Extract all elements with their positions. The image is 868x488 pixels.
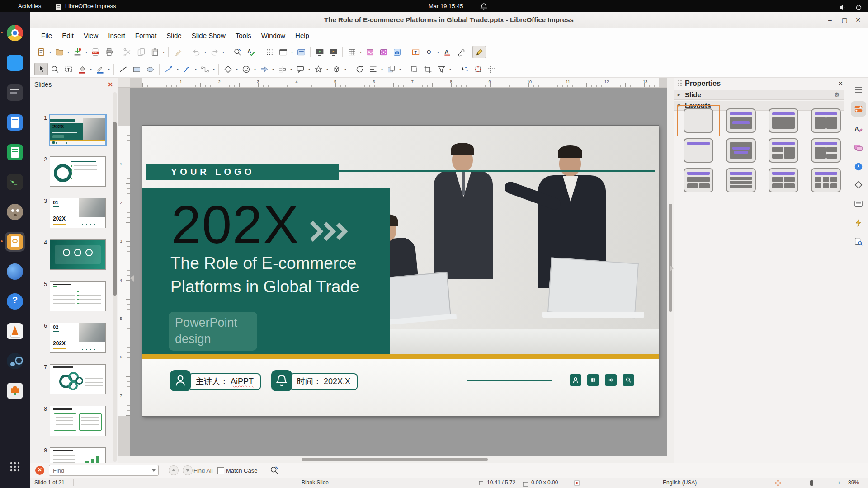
maximize-button[interactable]: ▢ xyxy=(840,15,849,24)
minimize-button[interactable]: – xyxy=(826,15,835,24)
fontwork-button[interactable]: A xyxy=(440,46,454,58)
hide-left-pane-arrow[interactable] xyxy=(130,275,134,282)
time-value[interactable]: 202X.X xyxy=(324,377,350,386)
layout-title-2content[interactable] xyxy=(811,108,841,133)
fit-slide-icon[interactable] xyxy=(775,480,781,488)
shadow-button[interactable] xyxy=(407,63,421,75)
slide-thumbnail-1[interactable]: 202X xyxy=(49,114,107,146)
subtitle-box[interactable]: PowerPoint design xyxy=(169,312,257,351)
close-button[interactable]: ✕ xyxy=(854,15,863,24)
layout-title-content-wide[interactable] xyxy=(769,108,798,133)
tab-animation-icon[interactable] xyxy=(851,215,866,230)
footer-horn-icon[interactable] xyxy=(605,374,617,386)
zoom-pan-button[interactable] xyxy=(48,63,61,75)
insert-table-button[interactable] xyxy=(345,46,359,58)
glue-points-button[interactable] xyxy=(471,63,485,75)
slide-canvas[interactable]: YOUR LOGO 202X The Role of E-commerce Pl… xyxy=(130,88,667,456)
display-views-dropdown-arrow[interactable]: ▾ xyxy=(290,50,294,54)
slide-settings-gear-icon[interactable]: ⚙ xyxy=(834,91,840,98)
copy-button[interactable] xyxy=(134,46,148,58)
slides-panel-close-icon[interactable]: ✕ xyxy=(108,81,118,88)
tab-gallery-icon[interactable] xyxy=(851,140,866,155)
line-color-dropdown-arrow[interactable]: ▾ xyxy=(107,67,111,71)
curves-polygons-button[interactable] xyxy=(180,63,193,75)
slide-title-line1[interactable]: The Role of E-commerce xyxy=(170,254,356,273)
dock-steam-icon[interactable] xyxy=(5,351,25,371)
find-and-replace-button[interactable] xyxy=(231,46,244,58)
dock-vscode-icon[interactable] xyxy=(5,53,25,73)
clock[interactable]: Mar 19 15:45 xyxy=(429,0,463,12)
object-size[interactable]: 0.00 x 0.00 xyxy=(531,478,558,488)
hide-right-pane-arrow[interactable] xyxy=(670,265,674,272)
start-from-current-slide-button[interactable] xyxy=(326,46,340,58)
tab-shapes-icon[interactable] xyxy=(851,177,866,192)
stars-banners-dropdown-arrow[interactable]: ▾ xyxy=(325,67,330,71)
cursor-position[interactable]: 10.41 / 5.72 xyxy=(487,478,515,488)
section-slide[interactable]: ▸Slide ⚙ xyxy=(674,90,844,100)
menu-insert[interactable]: Insert xyxy=(103,28,130,43)
undo-dropdown-arrow[interactable]: ▾ xyxy=(203,50,208,54)
connectors-dropdown-arrow[interactable]: ▾ xyxy=(212,67,216,71)
dock-software-icon[interactable] xyxy=(5,381,25,401)
symbol-shapes-button[interactable] xyxy=(239,63,253,75)
menu-file[interactable]: File xyxy=(36,28,57,43)
layout-title-content[interactable] xyxy=(726,108,756,133)
paste-dropdown-arrow[interactable]: ▾ xyxy=(161,50,166,54)
properties-close-icon[interactable]: ✕ xyxy=(838,80,843,87)
dock-editor-icon[interactable] xyxy=(5,83,25,103)
layout-content-2content[interactable] xyxy=(811,138,841,163)
zoom-slider-thumb[interactable] xyxy=(810,480,813,486)
align-dropdown-arrow[interactable]: ▾ xyxy=(380,67,384,71)
block-arrows-button[interactable] xyxy=(257,63,271,75)
flowchart-button[interactable] xyxy=(275,63,289,75)
slide-thumbnail-2[interactable] xyxy=(50,156,106,187)
new-document-button[interactable] xyxy=(34,46,48,58)
spelling-button[interactable]: A xyxy=(244,46,258,58)
title-bar[interactable]: The Role of E-commerce Platforms in Glob… xyxy=(30,12,868,28)
display-grid-button[interactable] xyxy=(263,46,276,58)
save-dropdown-arrow[interactable]: ▾ xyxy=(84,50,89,54)
dock-terminal-icon[interactable]: >_ xyxy=(5,172,25,192)
slide-thumbnail-8[interactable] xyxy=(50,406,106,436)
filter-dropdown-arrow[interactable]: ▾ xyxy=(448,67,453,71)
basic-shapes-button[interactable] xyxy=(221,63,235,75)
new-document-dropdown-arrow[interactable]: ▾ xyxy=(48,50,52,54)
menu-edit[interactable]: Edit xyxy=(57,28,79,43)
focused-app-name[interactable]: LibreOffice Impress xyxy=(65,0,116,12)
dock-browser-icon[interactable] xyxy=(5,262,25,282)
match-case-checkbox[interactable] xyxy=(217,467,224,474)
layout-3rows[interactable] xyxy=(726,168,756,192)
connectors-button[interactable] xyxy=(198,63,212,75)
arrange-dropdown-arrow[interactable]: ▾ xyxy=(398,67,402,71)
display-views-button[interactable] xyxy=(276,46,290,58)
slides-panel-scrollbar[interactable] xyxy=(113,92,117,462)
edit-points-button[interactable] xyxy=(458,63,471,75)
align-button[interactable] xyxy=(366,63,380,75)
find-and-replace-icon[interactable] xyxy=(269,465,279,475)
fill-color-dropdown-arrow[interactable]: ▾ xyxy=(89,67,93,71)
logo-banner[interactable]: YOUR LOGO xyxy=(146,164,339,180)
show-applications-icon[interactable] xyxy=(8,460,22,474)
footer-search-icon[interactable] xyxy=(623,374,634,386)
layout-6content[interactable] xyxy=(811,168,841,192)
curves-polygons-dropdown-arrow[interactable]: ▾ xyxy=(193,67,198,71)
zoom-out-button[interactable]: − xyxy=(785,478,789,488)
cut-button[interactable] xyxy=(121,46,134,58)
insert-image-button[interactable] xyxy=(363,46,377,58)
arrange-button[interactable] xyxy=(384,63,398,75)
vertical-scrollbar[interactable] xyxy=(667,78,674,463)
layout-title-only[interactable] xyxy=(684,138,713,163)
zoom-percent[interactable]: 89% xyxy=(848,478,859,488)
clone-formatting-button[interactable] xyxy=(171,46,184,58)
redo-button[interactable] xyxy=(208,46,221,58)
fill-color-button[interactable] xyxy=(75,63,89,75)
dock-help-icon[interactable]: ? xyxy=(5,291,25,311)
line-color-button[interactable] xyxy=(93,63,107,75)
tab-style-inspector-icon[interactable] xyxy=(851,234,866,249)
layout-centered-text[interactable] xyxy=(726,138,756,163)
insert-table-dropdown-arrow[interactable]: ▾ xyxy=(359,50,363,54)
find-all-button[interactable]: Find All xyxy=(193,467,213,474)
callouts-button[interactable] xyxy=(293,63,307,75)
horizontal-ruler[interactable]: 12345678910111213 xyxy=(130,78,667,88)
paste-button[interactable] xyxy=(148,46,161,58)
